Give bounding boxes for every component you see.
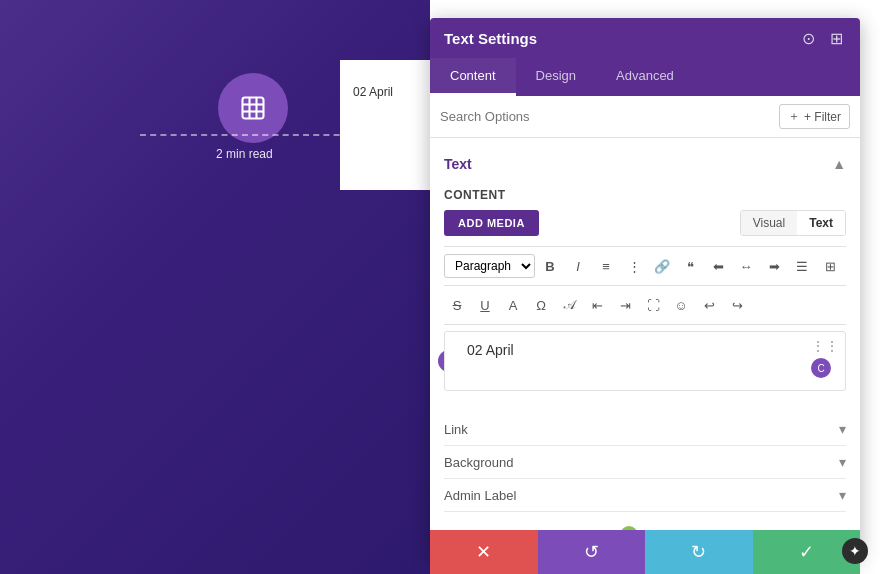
filter-plus-icon: ＋ [788,108,800,125]
add-media-button[interactable]: ADD MEDIA [444,210,539,236]
tab-content[interactable]: Content [430,58,516,96]
admin-label-section-title: Admin Label [444,488,516,503]
confirm-icon: ✓ [799,541,814,563]
redo-icon: ↻ [691,541,706,563]
text-view-button[interactable]: Text [797,211,845,235]
text-section-body: Content ADD MEDIA Visual Text Paragraph … [444,180,846,407]
background-section-title: Background [444,455,513,470]
text-settings-panel: Text Settings ⊙ ⊞ Content Design Advance… [430,18,860,558]
bottom-bar: ✕ ↺ ↻ ✓ [430,530,860,574]
editor-content: 02 April [467,342,514,358]
editor-settings-icon[interactable]: ⋮⋮ [811,338,839,354]
canvas-dashed-line [140,134,360,136]
align-center-button[interactable]: ↔ [733,253,759,279]
table-button[interactable]: ⊞ [817,253,843,279]
italic-button[interactable]: I [565,253,591,279]
cancel-button[interactable]: ✕ [430,530,538,574]
editor-area[interactable]: 02 April ⋮⋮ C [444,331,846,391]
panel-title: Text Settings [444,30,537,47]
redo-button[interactable]: ↻ [645,530,753,574]
canvas-minread-text: 2 min read [216,147,273,161]
unordered-list-button[interactable]: ≡ [593,253,619,279]
canvas-card [340,60,440,190]
bold-button[interactable]: B [537,253,563,279]
tab-design[interactable]: Design [516,58,596,96]
panel-body: Text ▲ Content ADD MEDIA Visual Text Par… [430,138,860,558]
align-right-button[interactable]: ➡ [761,253,787,279]
special-char-button[interactable]: Ω [528,292,554,318]
svg-rect-0 [243,98,264,119]
admin-label-section: Admin Label ▾ [444,479,846,512]
blockquote-button[interactable]: ❝ [677,253,703,279]
strikethrough-button[interactable]: S [444,292,470,318]
link-section-chevron-icon: ▾ [839,421,846,437]
layout-icon[interactable]: ⊞ [826,28,846,48]
admin-label-section-chevron-icon: ▾ [839,487,846,503]
settings-icon[interactable]: ⊙ [798,28,818,48]
link-section-title: Link [444,422,468,437]
canvas-icon [218,73,288,143]
undo-icon: ↺ [584,541,599,563]
emoji-button[interactable]: ☺ [668,292,694,318]
indent-button[interactable]: ⇤ [584,292,610,318]
text-section-chevron-icon: ▲ [832,156,846,172]
link-section-header[interactable]: Link ▾ [444,413,846,446]
outdent-button[interactable]: ⇥ [612,292,638,318]
editor-tools: ⋮⋮ C [811,338,839,378]
filter-label: + Filter [804,110,841,124]
fullscreen-button[interactable]: ⛶ [640,292,666,318]
link-section: Link ▾ [444,413,846,446]
font-size-button[interactable]: 𝒜 [556,292,582,318]
editor-toolbar: Paragraph B I ≡ ⋮ 🔗 ❝ ⬅ ↔ ➡ ☰ ⊞ [444,246,846,286]
search-input[interactable] [440,109,779,124]
undo-button[interactable]: ↺ [538,530,646,574]
tab-advanced[interactable]: Advanced [596,58,694,96]
align-justify-button[interactable]: ☰ [789,253,815,279]
panel-header: Text Settings ⊙ ⊞ [430,18,860,58]
canvas-date-text: 02 April [353,85,393,99]
paragraph-select[interactable]: Paragraph [444,254,535,278]
panel-header-icons: ⊙ ⊞ [798,28,846,48]
background-section: Background ▾ [444,446,846,479]
media-toggle-row: ADD MEDIA Visual Text [444,210,846,246]
editor-user-icon[interactable]: C [811,358,831,378]
admin-label-section-header[interactable]: Admin Label ▾ [444,479,846,512]
text-section: Text ▲ Content ADD MEDIA Visual Text Par… [444,148,846,407]
underline-button[interactable]: U [472,292,498,318]
bottom-right-decorator-icon: ✦ [842,538,868,564]
background-section-chevron-icon: ▾ [839,454,846,470]
editor-wrapper: 1 02 April ⋮⋮ C [444,331,846,391]
background-section-header[interactable]: Background ▾ [444,446,846,479]
align-left-button[interactable]: ⬅ [705,253,731,279]
ordered-list-button[interactable]: ⋮ [621,253,647,279]
cancel-icon: ✕ [476,541,491,563]
link-button[interactable]: 🔗 [649,253,675,279]
view-toggle: Visual Text [740,210,846,236]
search-bar: ＋ + Filter [430,96,860,138]
visual-view-button[interactable]: Visual [741,211,797,235]
undo-editor-button[interactable]: ↩ [696,292,722,318]
redo-editor-button[interactable]: ↪ [724,292,750,318]
text-section-header[interactable]: Text ▲ [444,148,846,180]
panel-tabs: Content Design Advanced [430,58,860,96]
content-label: Content [444,188,846,202]
editor-toolbar-2: S U A Ω 𝒜 ⇤ ⇥ ⛶ ☺ ↩ ↪ [444,286,846,325]
text-section-title: Text [444,156,472,172]
filter-button[interactable]: ＋ + Filter [779,104,850,129]
text-color-button[interactable]: A [500,292,526,318]
